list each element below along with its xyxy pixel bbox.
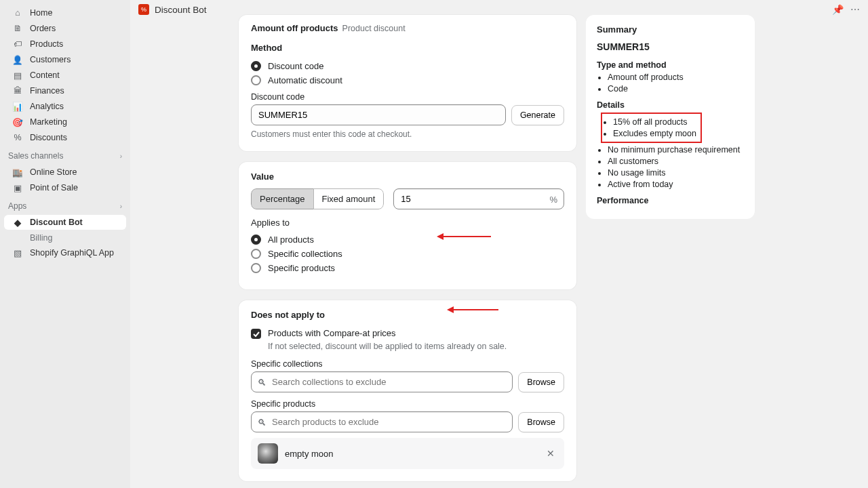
app-icon: ◆ — [12, 218, 23, 228]
radio-icon — [251, 249, 261, 259]
nav-discounts[interactable]: %Discounts — [4, 130, 126, 145]
method-label: Method — [251, 43, 564, 53]
nav-customers[interactable]: 👤Customers — [4, 52, 126, 67]
radio-icon — [251, 75, 261, 85]
card-subtitle: Product discount — [342, 24, 406, 33]
nav-app-discountbot[interactable]: ◆Discount Bot — [4, 215, 126, 230]
seg-percentage[interactable]: Percentage — [251, 188, 314, 209]
compare-at-help: If not selected, discount will be applie… — [268, 342, 564, 351]
summary-detail-item: Excludes empty moon — [613, 129, 696, 138]
nav-app-graphiql[interactable]: ▧Shopify GraphiQL App — [4, 245, 126, 260]
nav-marketing[interactable]: 🎯Marketing — [4, 115, 126, 129]
chevron-right-icon: › — [120, 152, 122, 160]
browse-collections-button[interactable]: Browse — [518, 372, 564, 392]
nav-orders[interactable]: 🗎Orders — [4, 21, 126, 36]
summary-detail-item: 15% off all products — [613, 117, 696, 127]
card-method: Amount off products Product discount Met… — [239, 15, 576, 151]
radio-discount-code[interactable]: Discount code — [251, 61, 564, 71]
app-icon: ▧ — [12, 248, 23, 258]
summary-details-label: Details — [597, 100, 744, 110]
discount-code-help: Customers must enter this code at checko… — [251, 129, 564, 139]
generate-button[interactable]: Generate — [511, 105, 564, 125]
nav-products[interactable]: 🏷Products — [4, 37, 126, 52]
orders-icon: 🗎 — [12, 24, 23, 33]
summary-detail-item: All customers — [608, 157, 744, 166]
exclude-collections-search[interactable] — [251, 371, 513, 392]
radio-specific-products[interactable]: Specific products — [251, 263, 564, 273]
customers-icon: 👤 — [12, 55, 23, 65]
browse-products-button[interactable]: Browse — [518, 412, 564, 432]
summary-detail-item: No minimum purchase requirement — [608, 145, 744, 155]
store-icon: 🏬 — [12, 167, 23, 178]
products-icon: 🏷 — [12, 39, 23, 49]
radio-all-products[interactable]: All products — [251, 235, 564, 245]
nav-home[interactable]: ⌂Home — [4, 5, 126, 20]
summary-tm-item: Code — [608, 84, 744, 94]
card-exclude: Does not apply to Products with Compare-… — [239, 300, 576, 481]
remove-product-button[interactable]: ✕ — [544, 448, 557, 459]
summary-performance-label: Performance — [597, 196, 744, 205]
discount-code-field-label: Discount code — [251, 92, 564, 102]
annotation-arrow — [437, 233, 491, 240]
card-value: Value Percentage Fixed amount % Applies … — [239, 162, 576, 289]
value-title: Value — [251, 171, 564, 182]
annotation-arrow — [447, 306, 498, 313]
value-type-segment: Percentage Fixed amount — [251, 188, 384, 209]
discounts-icon: % — [12, 133, 23, 142]
radio-specific-collections[interactable]: Specific collections — [251, 249, 564, 259]
nav-content[interactable]: ▤Content — [4, 68, 126, 83]
exclude-products-search[interactable] — [251, 411, 513, 432]
nav-finances[interactable]: 🏛Finances — [4, 83, 126, 98]
nav-pos[interactable]: ▣Point of Sale — [4, 180, 126, 195]
seg-fixed[interactable]: Fixed amount — [313, 188, 384, 209]
search-icon: 🔍︎ — [258, 377, 267, 387]
summary-code: SUMMER15 — [597, 41, 744, 52]
summary-title: Summary — [597, 24, 744, 35]
summary-tm-item: Amount off products — [608, 73, 744, 82]
product-name: empty moon — [285, 449, 334, 459]
summary-highlight-box: 15% off all products Excludes empty moon — [601, 113, 702, 143]
summary-detail-item: No usage limits — [608, 168, 744, 178]
radio-selected-icon — [251, 235, 261, 245]
nav-analytics[interactable]: 📊Analytics — [4, 99, 126, 114]
chevron-right-icon: › — [120, 203, 122, 210]
radio-icon — [251, 263, 261, 273]
radio-automatic[interactable]: Automatic discount — [251, 75, 564, 85]
marketing-icon: 🎯 — [12, 117, 23, 127]
discount-code-input[interactable] — [251, 104, 506, 125]
checkbox-compare-at[interactable]: Products with Compare-at prices — [251, 328, 564, 339]
search-icon: 🔍︎ — [258, 417, 267, 427]
summary-column: Summary SUMMER15 Type and method Amount … — [586, 15, 755, 219]
summary-detail-item: Active from today — [608, 180, 744, 189]
sidebar: ⌂Home 🗎Orders 🏷Products 👤Customers ▤Cont… — [0, 0, 130, 488]
radio-selected-icon — [251, 61, 261, 71]
nav-section-apps[interactable]: Apps› — [0, 196, 130, 215]
home-icon: ⌂ — [12, 8, 23, 18]
main-column: Amount off products Product discount Met… — [239, 15, 576, 488]
exclude-title: Does not apply to — [251, 310, 564, 320]
nav-online-store[interactable]: 🏬Online Store — [4, 165, 126, 180]
finances-icon: 🏛 — [12, 86, 23, 96]
content-icon: ▤ — [12, 70, 23, 81]
checkbox-checked-icon — [251, 329, 261, 339]
nav-section-sales-channels[interactable]: Sales channels› — [0, 146, 130, 165]
value-input[interactable] — [393, 188, 564, 209]
product-thumb — [258, 443, 278, 464]
summary-type-method-label: Type and method — [597, 60, 744, 70]
analytics-icon: 📊 — [12, 102, 23, 112]
exclude-collections-label: Specific collections — [251, 359, 564, 369]
nav-app-billing[interactable]: Billing — [4, 230, 126, 245]
excluded-product-chip: empty moon ✕ — [251, 438, 564, 469]
summary-card: Summary SUMMER15 Type and method Amount … — [586, 15, 755, 219]
exclude-products-label: Specific products — [251, 399, 564, 409]
pos-icon: ▣ — [12, 183, 23, 193]
card-title: Amount off products — [251, 23, 338, 33]
applies-to-label: Applies to — [251, 218, 564, 228]
percent-suffix: % — [549, 194, 557, 204]
